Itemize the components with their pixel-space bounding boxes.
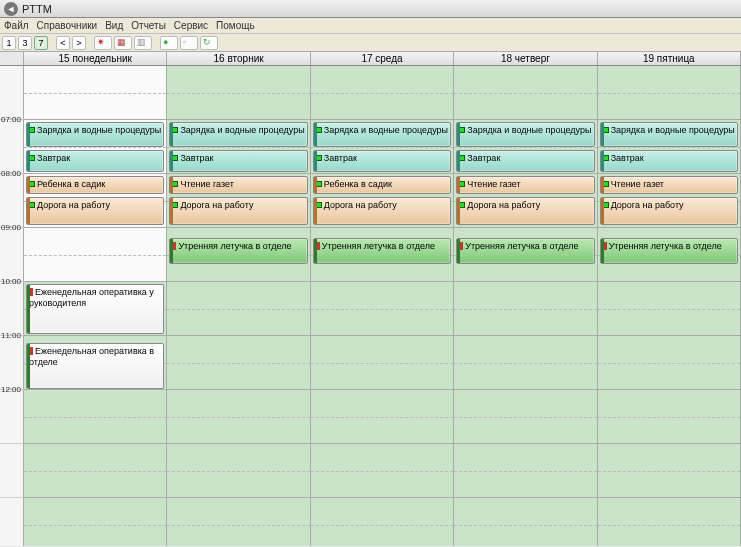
day-header-fri[interactable]: 19 пятница [598, 52, 741, 65]
day-column-fri[interactable]: Зарядка и водные процедуры Завтрак Чтени… [598, 66, 741, 546]
new-event-button[interactable]: ✷ [94, 36, 112, 50]
tool-b-button[interactable]: ▫ [180, 36, 198, 50]
calendar-button[interactable]: ▦ [114, 36, 132, 50]
menu-service[interactable]: Сервис [174, 20, 208, 31]
green-dot-icon: ● [163, 37, 175, 49]
calendar-icon: ▦ [117, 37, 129, 49]
event-letuchka[interactable]: Утренняя летучка в отделе [313, 238, 451, 264]
day-header-mon[interactable]: 15 понедельник [24, 52, 167, 65]
hour-label: 10:00 [1, 277, 21, 286]
hour-label: 08:00 [1, 169, 21, 178]
event-doroga[interactable]: Дорога на работу [456, 197, 594, 225]
day-column-tue[interactable]: Зарядка и водные процедуры Завтрак Чтени… [167, 66, 310, 546]
view-7day-button[interactable]: 7 [34, 36, 48, 50]
view-3day-button[interactable]: 3 [18, 36, 32, 50]
toolbar: 1 3 7 < > ✷ ▦ ▥ ● ▫ ↻ [0, 34, 741, 52]
hour-label: 11:00 [1, 331, 21, 340]
next-button[interactable]: > [72, 36, 86, 50]
refresh-button[interactable]: ↻ [200, 36, 218, 50]
star-icon: ✷ [97, 37, 109, 49]
day-header-row: 15 понедельник 16 вторник 17 среда 18 че… [0, 52, 741, 66]
day-header-wed[interactable]: 17 среда [311, 52, 454, 65]
event-gazet[interactable]: Чтение газет [169, 176, 307, 194]
event-letuchka[interactable]: Утренняя летучка в отделе [456, 238, 594, 264]
event-zavtrak[interactable]: Завтрак [26, 150, 164, 172]
event-gazet[interactable]: Чтение газет [456, 176, 594, 194]
menu-bar: Файл Справочники Вид Отчеты Сервис Помощ… [0, 18, 741, 34]
event-oper-ruk[interactable]: Еженедельная оперативка у руководителя [26, 284, 164, 334]
event-doroga[interactable]: Дорога на работу [169, 197, 307, 225]
event-zarjadka[interactable]: Зарядка и водные процедуры [600, 122, 738, 147]
menu-help[interactable]: Помощь [216, 20, 255, 31]
hour-label: 09:00 [1, 223, 21, 232]
hour-label: 12:00 [1, 385, 21, 394]
day-header-thu[interactable]: 18 четверг [454, 52, 597, 65]
event-zavtrak[interactable]: Завтрак [169, 150, 307, 172]
event-oper-otd[interactable]: Еженедельная оперативка в отделе [26, 343, 164, 389]
event-gazet[interactable]: Чтение газет [600, 176, 738, 194]
time-gutter-header [0, 52, 24, 65]
event-rebenka[interactable]: Ребенка в садик [26, 176, 164, 194]
calendar-grid[interactable]: 07:00 08:00 09:00 10:00 11:00 12:00 Заря… [0, 66, 741, 546]
tool-a-button[interactable]: ● [160, 36, 178, 50]
refresh-icon: ↻ [203, 37, 215, 49]
menu-reports[interactable]: Отчеты [131, 20, 166, 31]
window-title: PTTM [22, 3, 52, 15]
grid-button[interactable]: ▥ [134, 36, 152, 50]
event-doroga[interactable]: Дорога на работу [313, 197, 451, 225]
event-zavtrak[interactable]: Завтрак [313, 150, 451, 172]
titlebar: ◄ PTTM [0, 0, 741, 18]
event-zavtrak[interactable]: Завтрак [456, 150, 594, 172]
view-1day-button[interactable]: 1 [2, 36, 16, 50]
back-icon[interactable]: ◄ [4, 2, 18, 16]
event-zarjadka[interactable]: Зарядка и водные процедуры [456, 122, 594, 147]
menu-file[interactable]: Файл [4, 20, 29, 31]
event-doroga[interactable]: Дорога на работу [26, 197, 164, 225]
day-header-tue[interactable]: 16 вторник [167, 52, 310, 65]
grid-icon: ▥ [137, 37, 149, 49]
prev-button[interactable]: < [56, 36, 70, 50]
event-letuchka[interactable]: Утренняя летучка в отделе [600, 238, 738, 264]
day-column-wed[interactable]: Зарядка и водные процедуры Завтрак Ребен… [311, 66, 454, 546]
small-grid-icon: ▫ [183, 37, 195, 49]
event-zarjadka[interactable]: Зарядка и водные процедуры [169, 122, 307, 147]
time-gutter: 07:00 08:00 09:00 10:00 11:00 12:00 [0, 66, 24, 546]
event-zavtrak[interactable]: Завтрак [600, 150, 738, 172]
day-column-mon[interactable]: Зарядка и водные процедуры Завтрак Ребен… [24, 66, 167, 546]
day-column-thu[interactable]: Зарядка и водные процедуры Завтрак Чтени… [454, 66, 597, 546]
menu-view[interactable]: Вид [105, 20, 123, 31]
event-rebenka[interactable]: Ребенка в садик [313, 176, 451, 194]
event-zarjadka[interactable]: Зарядка и водные процедуры [26, 122, 164, 147]
menu-dictionaries[interactable]: Справочники [37, 20, 98, 31]
hour-label: 07:00 [1, 115, 21, 124]
event-letuchka[interactable]: Утренняя летучка в отделе [169, 238, 307, 264]
event-doroga[interactable]: Дорога на работу [600, 197, 738, 225]
event-zarjadka[interactable]: Зарядка и водные процедуры [313, 122, 451, 147]
